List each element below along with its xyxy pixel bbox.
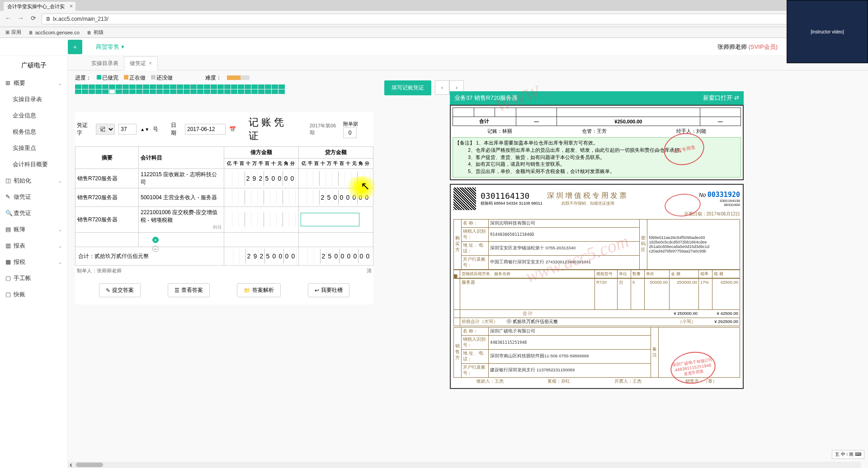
sidebar-item[interactable]: ⊞ 概要⌄ (0, 75, 67, 91)
fill-voucher-button[interactable]: 填写记账凭证 (384, 80, 431, 95)
debit-cell[interactable] (224, 188, 299, 207)
content-tabs: 实操目录表 做凭证× (68, 56, 868, 70)
app-header: « 商贸零售▾ 张师师老师 (SVIP会员) (0, 38, 868, 56)
tab-voucher[interactable]: 做凭证× (124, 56, 158, 70)
bookmark-link[interactable]: 🗎 acc5com.gensee.co (28, 30, 80, 35)
credit-amount-input[interactable] (301, 213, 359, 226)
edit-icon: ✎ (106, 287, 110, 294)
voucher-word-select[interactable]: 记 (96, 124, 115, 135)
delivery-notes: 【备注】 1、本出库单需要加盖本单位仓库出库专用章方可有效。 2、仓库必须严格按… (453, 137, 741, 178)
sidebar-item[interactable]: 🔍 查凭证 (0, 205, 67, 221)
browser-tab[interactable]: 会计学堂实操中心_会计实 × (4, 2, 75, 11)
ime-toolbar[interactable]: 五 中 ⁝ 简 ⌨ (832, 450, 864, 459)
browser-tab-strip: 会计学堂实操中心_会计实 × (0, 0, 868, 11)
voucher-title: 记账凭证 (249, 116, 297, 143)
main-content: 实操目录表 做凭证× 进度： 已做完 正在做 还没做 难度： 填写记账凭证 ‹ … (68, 56, 868, 468)
attachment-count: 附单据 (343, 121, 372, 138)
instructor-video[interactable]: [instructor video] (787, 0, 868, 63)
bookmark-link[interactable]: 🗎 初级 (87, 29, 104, 36)
apps-button[interactable]: ⊞ 应用 (5, 29, 21, 36)
attach-input[interactable] (343, 127, 357, 138)
sidebar-item[interactable]: 税务信息 (0, 124, 67, 140)
user-info: 张师师老师 (SVIP会员) (717, 43, 778, 51)
tab-title: 会计学堂实操中心_会计实 (7, 3, 65, 10)
remove-row-button[interactable]: − (152, 246, 159, 252)
tab-close-icon[interactable]: × (70, 3, 73, 9)
credit-cell[interactable] (299, 207, 373, 233)
company-selector[interactable]: 商贸零售▾ (96, 43, 124, 51)
sidebar-item[interactable]: 实操重点 (0, 140, 67, 156)
debit-cell[interactable] (224, 207, 299, 233)
account-cell[interactable]: 5001004 主营业务收入 - 服务器 (139, 188, 224, 207)
folder-icon: 📁 (244, 287, 250, 294)
clear-link[interactable]: 清 (367, 267, 372, 274)
app-root: « 商贸零售▾ 张师师老师 (SVIP会员) 广硕电子 ⊞ 概要⌄实操目录表企业… (0, 38, 868, 468)
sidebar-item[interactable]: ◫ 初始化⌄ (0, 173, 67, 189)
prev-button[interactable]: ‹ (435, 80, 449, 95)
row-handles: + − (152, 237, 159, 252)
debit-cell[interactable]: 29250000 (224, 169, 299, 188)
feedback-button[interactable]: ↩我要吐槽 (308, 283, 349, 297)
summary-cell[interactable]: 销售R720服务器 (75, 188, 139, 207)
action-buttons: ✎提交答案 ☰查看答案 📁答案解析 ↩我要吐槽 (75, 276, 373, 304)
voucher-form: 凭证字 记 ▲▼ 号 日期 📅 记账凭证 2017年第06期 附单据 (75, 112, 373, 304)
tab-catalog[interactable]: 实操目录表 (86, 57, 124, 70)
list-icon: ☰ (175, 287, 179, 294)
scrollbar-thumb[interactable] (76, 463, 103, 467)
calendar-icon[interactable]: 📅 (229, 126, 236, 132)
open-new-window-link[interactable]: 新窗口打开 ⇄ (703, 94, 739, 102)
view-answer-button[interactable]: ☰查看答案 (168, 283, 210, 297)
reference-panel: 业务37 销售R720服务器 新窗口打开 ⇄ 合计—¥250,000.00— 记… (450, 91, 744, 389)
qr-code (453, 187, 476, 210)
account-cell[interactable]: 2221001006 应交税费-应交增值税 - 销项税额科目 (139, 207, 224, 233)
signatures: 记账：林丽 仓管：王芳 经手人：刘能 (453, 126, 741, 136)
add-row-button[interactable]: + (152, 237, 159, 243)
summary-cell[interactable]: 销售R720服务器 (75, 169, 139, 188)
invoice-number: No 00331920 030116413000331920 (699, 191, 740, 207)
forward-icon[interactable]: → (16, 14, 25, 23)
vat-invoice: 0301164130 校验码 68564 54334 31108 98011 深… (450, 184, 744, 389)
reference-header: 业务37 销售R720服务器 新窗口打开 ⇄ (450, 91, 744, 105)
sidebar-item[interactable]: ▥ 报表⌄ (0, 238, 67, 254)
horizontal-scrollbar[interactable]: ‹ (68, 462, 861, 468)
reload-icon[interactable]: ⟳ (29, 14, 38, 23)
credit-cell[interactable]: 25000000 (299, 188, 373, 207)
collapse-sidebar-button[interactable]: « (68, 40, 82, 54)
progress-legend: 进度： 已做完 正在做 还没做 难度： (75, 74, 861, 82)
close-icon[interactable]: × (149, 60, 152, 66)
sidebar-item[interactable]: 会计科目概要 (0, 156, 67, 173)
sidebar-item[interactable]: 企业信息 (0, 108, 67, 124)
credit-cell[interactable] (299, 169, 373, 188)
sidebar-item[interactable]: 实操目录表 (0, 91, 67, 108)
voucher-header: 凭证字 记 ▲▼ 号 日期 📅 记账凭证 2017年第06期 附单据 (75, 112, 373, 146)
sidebar-company: 广硕电子 (0, 56, 67, 75)
delivery-note: 合计—¥250,000.00— 记账：林丽 仓管：王芳 经手人：刘能 【备注】 … (450, 105, 744, 180)
back-icon[interactable]: ← (4, 14, 13, 23)
account-cell[interactable]: 1122015 应收账款 - 志明科技公司 (139, 169, 224, 188)
sidebar-item[interactable]: ▢ 手工帐 (0, 270, 67, 286)
sidebar-item[interactable]: ✎ 做凭证 (0, 189, 67, 205)
sidebar-item[interactable]: ▢ 快账 (0, 286, 67, 303)
address-bar: ← → ⟳ 🗎 lx.acc5.com/main_213/ (0, 11, 868, 27)
bookmark-bar: ⊞ 应用 🗎 acc5com.gensee.co 🗎 初级 (0, 27, 868, 38)
sidebar-item[interactable]: ▤ 账簿⌄ (0, 221, 67, 238)
sidebar: 广硕电子 ⊞ 概要⌄实操目录表企业信息税务信息实操重点会计科目概要◫ 初始化⌄✎… (0, 56, 68, 468)
voucher-maker: 制单人：张师师老师 清 (75, 266, 373, 276)
voucher-date-input[interactable] (185, 124, 226, 135)
analysis-button[interactable]: 📁答案解析 (237, 283, 281, 297)
summary-cell[interactable]: 销售R720服务器 (75, 207, 139, 233)
chevron-down-icon: ▾ (121, 43, 124, 50)
progress-grid[interactable] (75, 84, 288, 94)
voucher-table: 摘要 会计科目 借方金额 贷方金额 亿千百十万千百十元角分 亿千百十万千百十元角… (75, 146, 373, 266)
url-input[interactable]: 🗎 lx.acc5.com/main_213/ (42, 14, 864, 24)
submit-button[interactable]: ✎提交答案 (99, 283, 141, 297)
reply-icon: ↩ (315, 287, 319, 294)
sidebar-item[interactable]: ▦ 报税⌄ (0, 254, 67, 270)
voucher-number-input[interactable] (118, 124, 137, 135)
